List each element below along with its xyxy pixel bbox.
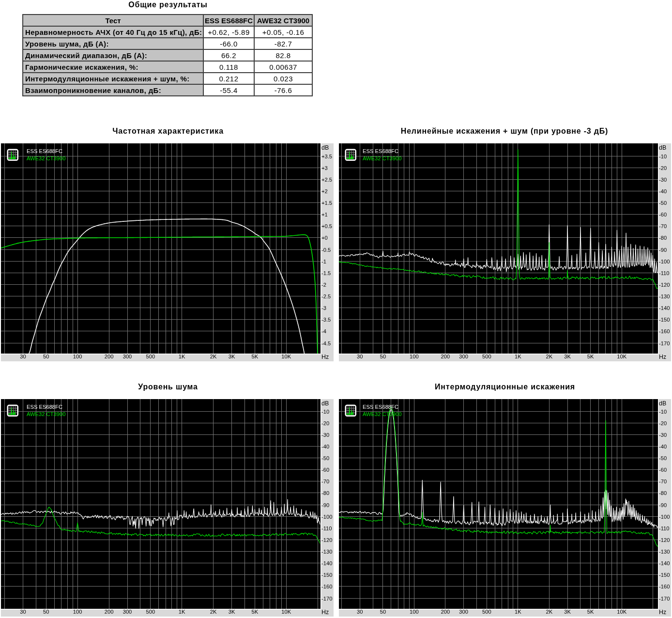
svg-text:-160: -160: [321, 584, 332, 589]
svg-text:200: 200: [441, 354, 450, 359]
svg-text:50: 50: [380, 609, 386, 615]
svg-text:-110: -110: [659, 525, 670, 531]
svg-text:-80: -80: [321, 490, 329, 496]
svg-text:-2: -2: [321, 282, 326, 288]
svg-text:-50: -50: [659, 455, 667, 461]
svg-text:50: 50: [43, 354, 49, 359]
svg-text:-120: -120: [321, 537, 332, 543]
svg-text:10K: 10K: [281, 609, 291, 615]
svg-text:300: 300: [459, 354, 468, 359]
svg-text:+3: +3: [321, 165, 328, 171]
svg-text:50: 50: [380, 354, 386, 359]
svg-text:AWE32 CT3900: AWE32 CT3900: [363, 411, 401, 417]
svg-text:Hz: Hz: [321, 354, 329, 360]
svg-text:-40: -40: [659, 188, 667, 194]
svg-text:+0.5: +0.5: [321, 223, 332, 229]
svg-text:+0: +0: [321, 235, 328, 241]
svg-text:-3: -3: [321, 305, 326, 311]
svg-text:200: 200: [105, 354, 114, 359]
svg-text:-10: -10: [659, 409, 667, 415]
svg-text:ESS ES688FC: ESS ES688FC: [363, 404, 398, 410]
svg-text:+1: +1: [321, 212, 328, 217]
svg-text:100: 100: [410, 354, 419, 359]
svg-text:-50: -50: [321, 455, 329, 461]
svg-text:-1: -1: [321, 259, 326, 264]
svg-text:-160: -160: [659, 328, 670, 334]
svg-text:ESS ES688FC: ESS ES688FC: [27, 148, 62, 154]
svg-text:500: 500: [146, 609, 155, 615]
svg-text:3K: 3K: [229, 609, 235, 615]
svg-text:300: 300: [123, 354, 132, 359]
svg-text:-150: -150: [659, 572, 670, 578]
svg-text:5K: 5K: [251, 354, 258, 359]
svg-text:300: 300: [123, 609, 132, 615]
svg-text:-40: -40: [321, 444, 329, 449]
svg-text:1K: 1K: [179, 354, 185, 359]
svg-text:-70: -70: [659, 479, 667, 484]
svg-text:-10: -10: [321, 409, 329, 415]
svg-text:ESS ES688FC: ESS ES688FC: [27, 404, 62, 410]
svg-text:-140: -140: [659, 560, 670, 566]
svg-text:-0.5: -0.5: [321, 247, 331, 253]
svg-text:200: 200: [441, 609, 450, 615]
svg-text:Hz: Hz: [659, 609, 666, 616]
svg-text:300: 300: [459, 609, 468, 615]
svg-text:2K: 2K: [546, 354, 552, 359]
svg-text:200: 200: [105, 609, 114, 615]
svg-text:+3.5: +3.5: [321, 154, 332, 159]
svg-text:-100: -100: [321, 514, 332, 520]
svg-text:-160: -160: [659, 584, 670, 589]
svg-text:3K: 3K: [564, 354, 571, 359]
svg-text:5K: 5K: [587, 609, 594, 615]
svg-text:5K: 5K: [251, 609, 258, 615]
svg-text:-20: -20: [659, 165, 667, 171]
svg-text:3K: 3K: [229, 354, 235, 359]
svg-text:10K: 10K: [617, 354, 626, 359]
svg-text:+2: +2: [321, 188, 328, 194]
svg-text:100: 100: [73, 609, 82, 615]
svg-text:30: 30: [20, 609, 26, 615]
svg-text:-40: -40: [659, 444, 667, 449]
svg-text:-100: -100: [659, 259, 670, 264]
svg-text:-60: -60: [659, 212, 667, 217]
svg-text:100: 100: [73, 354, 82, 359]
svg-text:-90: -90: [321, 502, 329, 508]
svg-text:-70: -70: [321, 479, 329, 484]
svg-text:-170: -170: [659, 340, 670, 346]
svg-text:AWE32 CT3900: AWE32 CT3900: [27, 411, 65, 417]
svg-text:-80: -80: [659, 235, 667, 241]
svg-text:-110: -110: [321, 525, 332, 531]
svg-text:-1.5: -1.5: [321, 270, 331, 276]
svg-text:-130: -130: [659, 549, 670, 555]
svg-text:500: 500: [482, 609, 491, 615]
svg-text:2K: 2K: [210, 354, 217, 359]
svg-text:1K: 1K: [179, 609, 185, 615]
svg-text:Hz: Hz: [659, 354, 666, 360]
svg-text:dB: dB: [321, 144, 329, 151]
svg-text:-150: -150: [321, 572, 332, 578]
svg-text:-3.5: -3.5: [321, 317, 331, 323]
svg-text:-120: -120: [659, 282, 670, 288]
svg-text:Hz: Hz: [321, 609, 329, 616]
svg-text:-30: -30: [659, 432, 667, 438]
svg-text:-170: -170: [659, 596, 670, 602]
svg-text:dB: dB: [321, 400, 329, 407]
svg-text:500: 500: [146, 354, 155, 359]
svg-text:dB: dB: [659, 144, 666, 151]
svg-text:+1.5: +1.5: [321, 200, 332, 206]
svg-text:-100: -100: [659, 514, 670, 520]
svg-text:-4: -4: [321, 328, 326, 334]
svg-text:-20: -20: [321, 420, 329, 426]
svg-text:2K: 2K: [210, 609, 217, 615]
svg-text:30: 30: [357, 354, 363, 359]
svg-text:+2.5: +2.5: [321, 177, 332, 183]
svg-text:-90: -90: [659, 247, 667, 253]
svg-text:-130: -130: [321, 549, 332, 555]
svg-text:dB: dB: [659, 400, 666, 407]
svg-text:30: 30: [357, 609, 363, 615]
svg-text:10K: 10K: [281, 354, 291, 359]
svg-text:-2.5: -2.5: [321, 294, 331, 299]
svg-text:-30: -30: [659, 177, 667, 183]
svg-text:-90: -90: [659, 502, 667, 508]
svg-text:-10: -10: [659, 154, 667, 159]
